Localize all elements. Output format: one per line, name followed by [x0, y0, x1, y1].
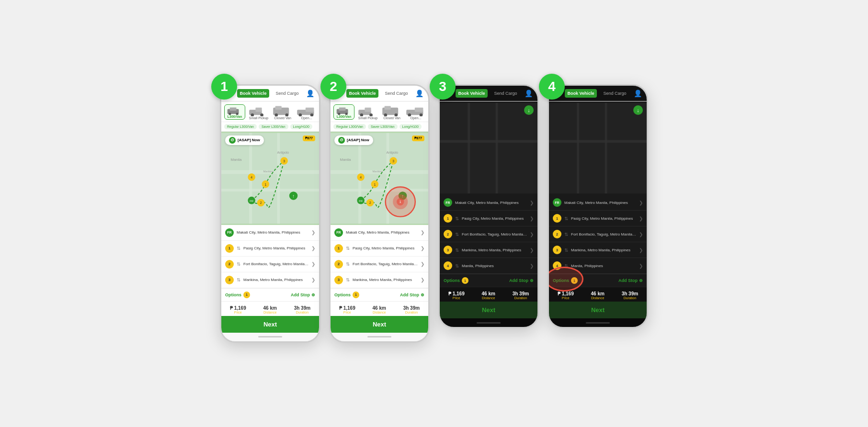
chevron-2-2: ❯	[421, 261, 424, 267]
loc-item-fr[interactable]: FR Makati City, Metro Manila, Philippine…	[221, 225, 319, 241]
vehicle-open[interactable]: Open...	[296, 104, 317, 120]
loc-item-fr-2[interactable]: FR Makati City, Metro Manila, Philippine…	[331, 225, 428, 241]
step-badge-1: 1	[211, 74, 237, 100]
phone-3: 3 ☰ Book Vehicle Send Cargo 👤 ↓	[438, 84, 539, 328]
loc-text-3-4: Marikina, Metro Manila, Philippines	[571, 248, 636, 252]
price-value-2: ₱ 1,169	[339, 305, 355, 311]
loc-badge-fr: FR	[225, 228, 234, 237]
loc-item-1[interactable]: 1 ⇅ Pasig City, Metro Manila, Philippine…	[221, 241, 319, 257]
vehicle-selector: L300/Van Small Pickup	[221, 101, 319, 122]
vehicle-l300[interactable]: L300/Van	[224, 104, 245, 120]
vehicle-small-pickup-2[interactable]: Small Pickup	[357, 104, 378, 120]
user-icon[interactable]: 👤	[305, 89, 315, 98]
options-highlight-wrapper: Options 1	[553, 277, 578, 284]
reorder-icon-2-4: ⇅	[564, 232, 568, 237]
pill-long[interactable]: Long/H100	[290, 124, 312, 129]
loc-badge-4-4: 4	[553, 261, 561, 270]
svg-text:2: 2	[369, 201, 371, 204]
pill-long-2[interactable]: Long/H100	[400, 124, 422, 129]
add-stop-icon: ⊕	[311, 292, 315, 297]
phone-bottom-2	[331, 333, 428, 341]
vehicle-small-pickup[interactable]: Small Pickup	[248, 104, 269, 120]
svg-rect-9	[275, 106, 282, 110]
tab-book-vehicle[interactable]: Book Vehicle	[237, 89, 269, 98]
tab-send-2[interactable]: Send Cargo	[380, 89, 412, 98]
reorder-icon-2-3: ⇅	[455, 232, 459, 237]
next-button-2[interactable]: Next	[331, 316, 428, 333]
options-button[interactable]: Options 1	[225, 292, 250, 298]
open-truck-icon	[296, 104, 317, 116]
asap-button-2[interactable]: ⏱ [ASAP] Now	[334, 135, 373, 145]
loc-item-fr-3[interactable]: FR Makati City, Metro Manila, Philippine…	[440, 195, 537, 211]
user-icon-3[interactable]: 👤	[524, 89, 534, 98]
chevron-1-3: ❯	[530, 216, 534, 221]
loc-item-2[interactable]: 2 ⇅ Fort Bonifacio, Taguig, Metro Manila…	[221, 257, 319, 272]
loc-item-3-3[interactable]: 3 ⇅ Marikina, Metro Manila, Philippines …	[440, 242, 537, 258]
loc-item-2-4[interactable]: 2 ⇅ Fort Bonifacio, Taguig, Metro Manila…	[549, 226, 647, 242]
reorder-icon-4-4: ⇅	[564, 263, 568, 269]
pill-regular-2[interactable]: Regular L300/Van	[333, 124, 366, 129]
loc-item-fr-4[interactable]: FR Makati City, Metro Manila, Philippine…	[549, 195, 647, 211]
svg-rect-83	[605, 103, 607, 193]
map-svg-4	[549, 101, 647, 195]
loc-item-1-3[interactable]: 1 ⇅ Pasig City, Metro Manila, Philippine…	[440, 211, 537, 226]
loc-item-3-2[interactable]: 3 ⇅ Marikina, Metro Manila, Philippines …	[331, 272, 428, 288]
chevron-fr-2: ❯	[421, 230, 424, 235]
user-icon-2[interactable]: 👤	[414, 89, 424, 98]
tab-book-3[interactable]: Book Vehicle	[456, 89, 488, 98]
stat-duration: 3h 39m Duration	[294, 305, 310, 314]
stat-duration-4: 3h 39m Duration	[622, 291, 638, 300]
loc-text-1-4: Pasig City, Metro Manila, Philippines	[571, 216, 636, 221]
options-button-4[interactable]: Options 1	[553, 277, 578, 284]
loc-item-3[interactable]: 3 ⇅ Marikina, Metro Manila, Philippines …	[221, 272, 319, 288]
loc-text-2: Fort Bonifacio, Taguig, Metro Manila, Ph…	[243, 262, 308, 266]
tab-send-3[interactable]: Send Cargo	[490, 89, 522, 98]
clock-icon: ⏱	[229, 137, 236, 144]
loc-badge-3: 3	[225, 276, 234, 284]
add-stop-button-3[interactable]: Add Stop ⊕	[509, 278, 534, 283]
add-stop-icon-3: ⊕	[530, 278, 534, 283]
asap-button[interactable]: ⏱ [ASAP] Now	[225, 135, 264, 145]
loc-item-1-2[interactable]: 1 ⇅ Pasig City, Metro Manila, Philippine…	[331, 241, 428, 257]
options-button-3[interactable]: Options 1	[444, 277, 468, 284]
stat-duration-3: 3h 39m Duration	[513, 291, 529, 300]
clock-icon-2: ⏱	[338, 137, 345, 144]
options-count: 1	[243, 292, 250, 298]
loc-item-1-4[interactable]: 1 ⇅ Pasig City, Metro Manila, Philippine…	[549, 211, 647, 226]
vehicle-closed-van[interactable]: Closed Van	[272, 104, 293, 120]
options-button-2[interactable]: Options 1	[334, 292, 359, 298]
price-value: ₱ 1,169	[230, 305, 246, 311]
phone-1: 1 ☰ Book Vehicle Send Cargo 👤	[220, 84, 320, 343]
l300-icon	[227, 106, 243, 115]
loc-item-2-2[interactable]: 2 ⇅ Fort Bonifacio, Taguig, Metro Manila…	[331, 257, 428, 272]
step-badge-3: 3	[430, 74, 456, 100]
loc-badge-fr-4: FR	[553, 198, 561, 207]
pill-saver[interactable]: Saver L300/Van	[259, 124, 288, 129]
loc-item-3-4[interactable]: 3 ⇅ Marikina, Metro Manila, Philippines …	[549, 242, 647, 258]
add-stop-button-4[interactable]: Add Stop ⊕	[618, 278, 643, 283]
tab-send-cargo[interactable]: Send Cargo	[271, 89, 303, 98]
price-label-2: Price	[339, 311, 355, 314]
pill-saver-2[interactable]: Saver L300/Van	[368, 124, 398, 129]
home-indicator	[258, 336, 282, 337]
tab-send-4[interactable]: Send Cargo	[599, 89, 631, 98]
next-button-1[interactable]: Next	[221, 316, 319, 333]
loc-item-4-4[interactable]: 4 ⇅ Manila, Philippines ❯	[549, 258, 647, 274]
loc-text-2-4: Fort Bonifacio, Taguig, Metro Manila, Ph…	[571, 232, 636, 236]
tab-book-2[interactable]: Book Vehicle	[346, 89, 378, 98]
closed-van-icon	[272, 104, 293, 116]
user-icon-4[interactable]: 👤	[633, 89, 643, 98]
loc-item-4-3[interactable]: 4 ⇅ Manila, Philippines ❯	[440, 258, 537, 274]
tab-book-4[interactable]: Book Vehicle	[565, 89, 597, 98]
sub-vehicle-bar-2: Regular L300/Van Saver L300/Van Long/H10…	[331, 122, 428, 132]
vehicle-open-2[interactable]: Open...	[405, 104, 426, 120]
price-label-4: Price	[558, 296, 574, 300]
vehicle-closed-van-2[interactable]: Closed Van	[381, 104, 402, 120]
vehicle-l300-2[interactable]: L300/Van	[333, 104, 354, 120]
loc-item-2-3[interactable]: 2 ⇅ Fort Bonifacio, Taguig, Metro Manila…	[440, 226, 537, 242]
add-stop-button[interactable]: Add Stop ⊕	[291, 292, 315, 297]
loc-text-3-3: Marikina, Metro Manila, Philippines	[462, 248, 527, 252]
duration-value: 3h 39m	[294, 305, 310, 311]
add-stop-button-2[interactable]: Add Stop ⊕	[400, 292, 424, 297]
pill-regular[interactable]: Regular L300/Van	[224, 124, 257, 129]
